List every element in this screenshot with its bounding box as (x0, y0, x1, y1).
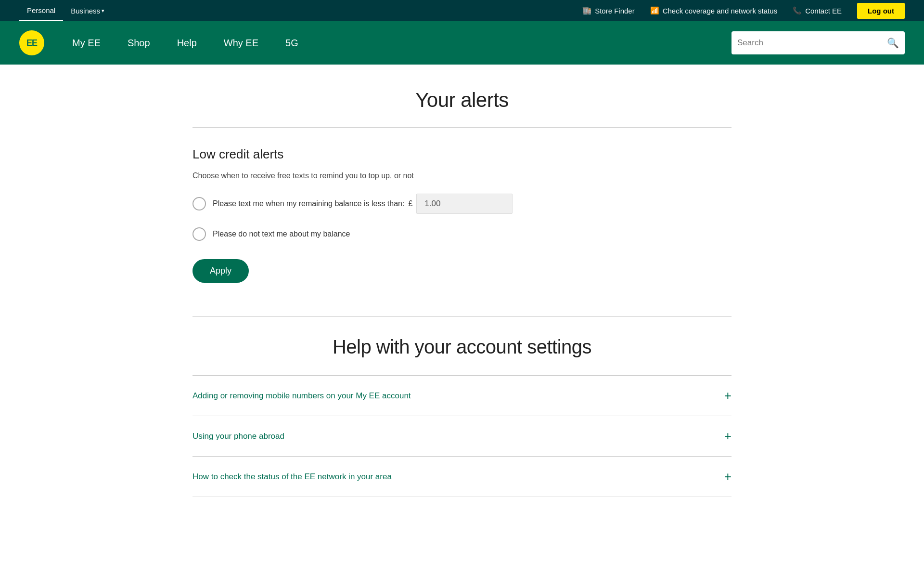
radio-option-1: Please text me when my remaining balance… (192, 194, 732, 214)
balance-row: Please text me when my remaining balance… (213, 194, 513, 214)
page-title: Your alerts (192, 89, 732, 112)
apply-button[interactable]: Apply (192, 259, 249, 283)
balance-input[interactable] (416, 194, 513, 214)
store-finder-link[interactable]: 🏬 Store Finder (582, 6, 635, 15)
nav-my-ee[interactable]: My EE (59, 21, 114, 65)
ee-logo[interactable]: EE (19, 30, 44, 55)
logout-button[interactable]: Log out (857, 3, 905, 19)
faq-expand-icon-2: + (724, 429, 732, 444)
faq-question-2: Using your phone abroad (192, 432, 284, 441)
low-credit-section: Low credit alerts Choose when to receive… (192, 147, 732, 288)
search-icon-button[interactable]: 🔍 (887, 37, 899, 49)
option2-label: Please do not text me about my balance (213, 230, 350, 238)
coverage-link[interactable]: 📶 Check coverage and network status (650, 6, 777, 15)
radio-button-1[interactable] (192, 197, 206, 210)
phone-icon: 📞 (793, 6, 802, 15)
radio-option-2: Please do not text me about my balance (192, 227, 732, 241)
faq-question-1: Adding or removing mobile numbers on you… (192, 391, 411, 401)
currency-symbol: £ (408, 199, 412, 208)
chevron-down-icon: ▾ (102, 8, 104, 14)
search-input[interactable] (737, 38, 883, 48)
contact-ee-link[interactable]: 📞 Contact EE (793, 6, 842, 15)
help-section: Help with your account settings Adding o… (192, 336, 732, 497)
faq-question-3: How to check the status of the EE networ… (192, 472, 392, 482)
faq-expand-icon-3: + (724, 469, 732, 484)
faq-item-2[interactable]: Using your phone abroad + (192, 416, 732, 457)
store-icon: 🏬 (582, 6, 591, 15)
section-divider (192, 316, 732, 317)
section-title: Low credit alerts (192, 147, 732, 162)
title-divider (192, 127, 732, 128)
main-navigation: EE My EE Shop Help Why EE 5G 🔍 (0, 21, 924, 65)
search-bar: 🔍 (732, 31, 905, 54)
nav-links: My EE Shop Help Why EE 5G (59, 21, 732, 65)
page-content: Your alerts Low credit alerts Choose whe… (173, 65, 751, 536)
personal-link[interactable]: Personal (19, 0, 63, 21)
nav-help[interactable]: Help (164, 21, 210, 65)
nav-shop[interactable]: Shop (114, 21, 164, 65)
search-icon: 🔍 (887, 38, 899, 48)
nav-why-ee[interactable]: Why EE (210, 21, 272, 65)
radio-button-2[interactable] (192, 227, 206, 241)
faq-item-3[interactable]: How to check the status of the EE networ… (192, 457, 732, 497)
help-title: Help with your account settings (192, 336, 732, 358)
option1-label: Please text me when my remaining balance… (213, 199, 404, 208)
faq-expand-icon-1: + (724, 388, 732, 403)
section-subtitle: Choose when to receive free texts to rem… (192, 171, 732, 180)
nav-5g[interactable]: 5G (272, 21, 312, 65)
top-utility-bar: Personal Business ▾ 🏬 Store Finder 📶 Che… (0, 0, 924, 21)
faq-item-1[interactable]: Adding or removing mobile numbers on you… (192, 376, 732, 416)
signal-icon: 📶 (650, 6, 659, 15)
business-link[interactable]: Business ▾ (63, 0, 112, 21)
